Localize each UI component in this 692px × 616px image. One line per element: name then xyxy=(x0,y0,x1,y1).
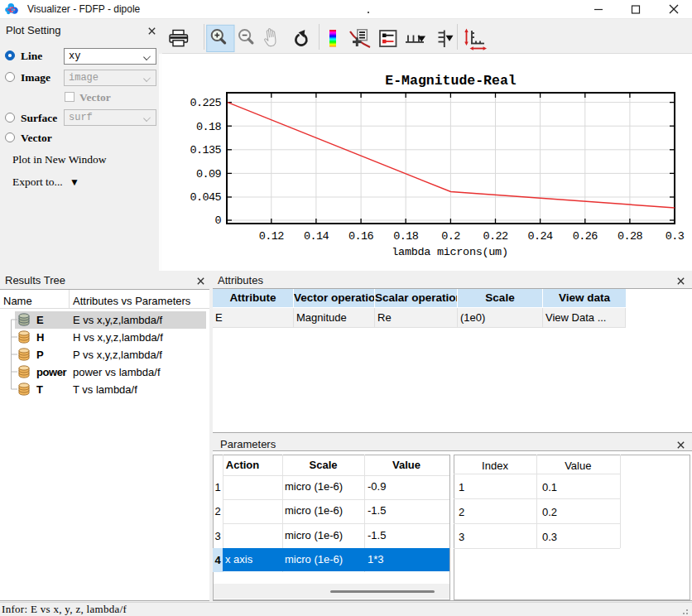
svg-text:0: 0 xyxy=(214,214,221,227)
svg-text:0.26: 0.26 xyxy=(573,230,598,243)
svg-text:0.2: 0.2 xyxy=(441,230,460,243)
svg-text:0.3: 0.3 xyxy=(666,230,685,243)
svg-text:0.22: 0.22 xyxy=(483,230,508,243)
svg-text:0.18: 0.18 xyxy=(393,230,419,243)
svg-text:0.225: 0.225 xyxy=(190,97,221,109)
svg-text:E-Magnitude-Real: E-Magnitude-Real xyxy=(385,73,517,89)
svg-text:lambda microns(um): lambda microns(um) xyxy=(392,246,507,258)
svg-text:0.14: 0.14 xyxy=(304,230,329,243)
svg-text:0.09: 0.09 xyxy=(196,168,222,180)
svg-text:0.12: 0.12 xyxy=(259,230,285,243)
svg-text:0.28: 0.28 xyxy=(618,230,643,243)
svg-text:0.18: 0.18 xyxy=(196,121,222,133)
svg-text:0.135: 0.135 xyxy=(190,144,221,156)
svg-text:0.045: 0.045 xyxy=(190,191,221,204)
svg-text:0.16: 0.16 xyxy=(348,230,374,243)
svg-text:0.24: 0.24 xyxy=(528,230,554,243)
